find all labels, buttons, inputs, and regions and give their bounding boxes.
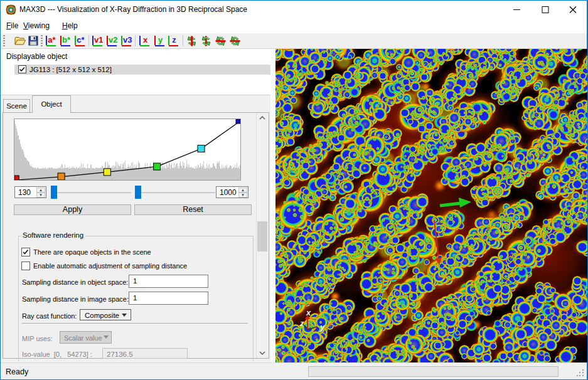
- svg-text:y: y: [319, 322, 325, 332]
- svg-text:z: z: [299, 319, 304, 328]
- svg-text:x: x: [306, 308, 311, 317]
